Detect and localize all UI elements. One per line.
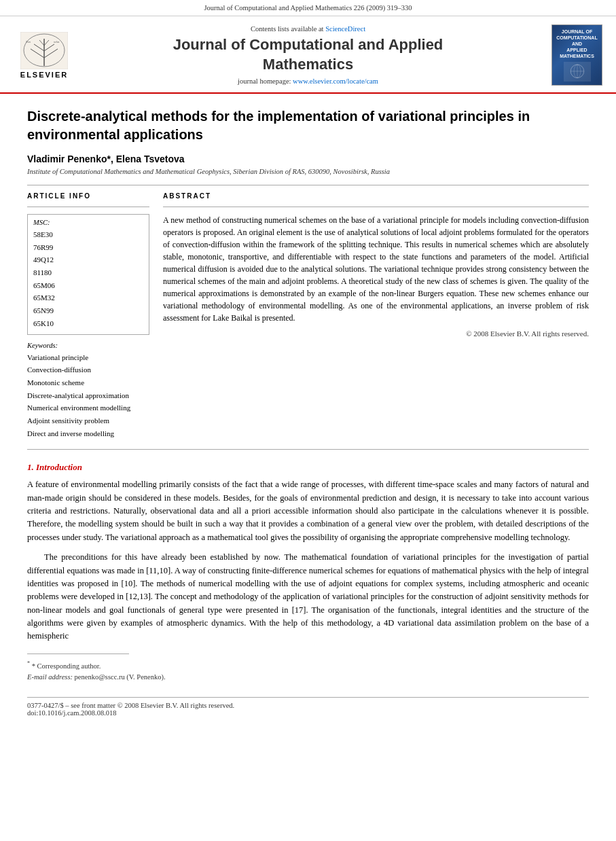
elsevier-logo: Non solus ELSEVIER: [14, 32, 75, 79]
divider-abstract: [163, 207, 589, 207]
footnote-area: * * Corresponding author. E-mail address…: [27, 660, 589, 683]
journal-cover-thumbnail: JOURNAL OF COMPUTATIONAL AND APPLIED MAT…: [551, 24, 602, 86]
affiliation: Institute of Computational Mathematics a…: [27, 168, 589, 175]
msc-code-item: 65M06: [33, 279, 143, 292]
msc-code-item: 76R99: [33, 241, 143, 254]
msc-codes-list: 58E3076R9949Q128118065M0665M3265N9965K10: [33, 228, 143, 330]
cover-title-text: JOURNAL OF COMPUTATIONAL AND APPLIED MAT…: [556, 29, 598, 59]
journal-cover-area: JOURNAL OF COMPUTATIONAL AND APPLIED MAT…: [541, 24, 602, 86]
keyword-item: Monotonic scheme: [27, 376, 149, 389]
keyword-item: Variational principle: [27, 351, 149, 364]
elsevier-wordmark: ELSEVIER: [20, 71, 68, 79]
keywords-list: Variational principleConvection-diffusio…: [27, 351, 149, 440]
journal-header: Non solus ELSEVIER Contents lists availa…: [0, 16, 616, 94]
msc-code-item: 58E30: [33, 228, 143, 241]
sciencedirect-link[interactable]: ScienceDirect: [325, 25, 365, 33]
article-info-column: ARTICLE INFO MSC: 58E3076R9949Q128118065…: [27, 192, 149, 440]
journal-title-area: Contents lists available at ScienceDirec…: [81, 25, 535, 84]
journal-citation-text: Journal of Computational and Applied Mat…: [204, 4, 412, 12]
keywords-label: Keywords:: [27, 342, 149, 349]
msc-code-item: 65N99: [33, 304, 143, 317]
journal-homepage: journal homepage: www.elsevier.com/locat…: [81, 77, 535, 85]
elsevier-logo-area: Non solus ELSEVIER: [14, 32, 75, 79]
abstract-paragraph: A new method of constructing numerical s…: [163, 214, 589, 324]
email-note: E-mail address: penenko@sscc.ru (V. Pene…: [27, 672, 589, 683]
copyright-line: © 2008 Elsevier B.V. All rights reserved…: [163, 329, 589, 338]
svg-text:solus: solus: [54, 40, 60, 43]
asterisk-icon: *: [27, 660, 30, 666]
msc-label: MSC:: [33, 219, 143, 226]
article-body-columns: ARTICLE INFO MSC: 58E3076R9949Q128118065…: [27, 192, 589, 440]
divider-1: [27, 185, 589, 185]
footnote-divider: [27, 654, 129, 654]
journal-title: Journal of Computational and Applied Mat…: [81, 35, 535, 74]
issn-line: 0377-0427/$ – see front matter © 2008 El…: [27, 702, 589, 709]
journal-citation-bar: Journal of Computational and Applied Mat…: [0, 0, 616, 16]
keyword-item: Adjoint sensitivity problem: [27, 414, 149, 427]
cover-decoration-icon: [564, 62, 591, 82]
introduction-body: A feature of environmental modelling pri…: [27, 478, 589, 643]
svg-text:Non: Non: [25, 40, 31, 43]
abstract-text: A new method of constructing numerical s…: [163, 214, 589, 324]
abstract-column: ABSTRACT A new method of constructing nu…: [163, 192, 589, 440]
corresponding-author-note: * * Corresponding author.: [27, 660, 589, 672]
msc-box: MSC: 58E3076R9949Q128118065M0665M3265N99…: [27, 214, 149, 335]
email-label: E-mail address:: [27, 673, 73, 681]
bottom-bar: 0377-0427/$ – see front matter © 2008 El…: [27, 697, 589, 717]
msc-code-item: 65M32: [33, 291, 143, 304]
email-value: penenko@sscc.ru (V. Penenko).: [75, 673, 166, 681]
contents-available-text: Contents lists available at ScienceDirec…: [81, 25, 535, 33]
introduction-heading: 1. Introduction: [27, 462, 589, 473]
intro-para-2: The preconditions for this have already …: [27, 551, 589, 643]
divider-article-info: [27, 207, 149, 207]
keyword-item: Numerical environment modelling: [27, 401, 149, 414]
divider-2: [27, 449, 589, 450]
doi-line: doi:10.1016/j.cam.2008.08.018: [27, 709, 589, 717]
msc-code-item: 65K10: [33, 317, 143, 330]
homepage-url[interactable]: www.elsevier.com/locate/cam: [293, 77, 378, 85]
msc-code-item: 49Q12: [33, 253, 143, 266]
keyword-item: Direct and inverse modelling: [27, 427, 149, 440]
msc-code-item: 81180: [33, 266, 143, 279]
paper-title: Discrete-analytical methods for the impl…: [27, 107, 589, 144]
page-container: Journal of Computational and Applied Mat…: [0, 0, 616, 841]
intro-para-1: A feature of environmental modelling pri…: [27, 478, 589, 544]
main-content: Discrete-analytical methods for the impl…: [0, 94, 616, 730]
elsevier-tree-icon: Non solus: [20, 32, 68, 69]
article-info-section-label: ARTICLE INFO: [27, 192, 149, 200]
keyword-item: Discrete-analytical approximation: [27, 389, 149, 402]
abstract-label: ABSTRACT: [163, 192, 589, 200]
authors: Vladimir Penenko*, Elena Tsvetova: [27, 154, 589, 164]
keyword-item: Convection-diffusion: [27, 363, 149, 376]
